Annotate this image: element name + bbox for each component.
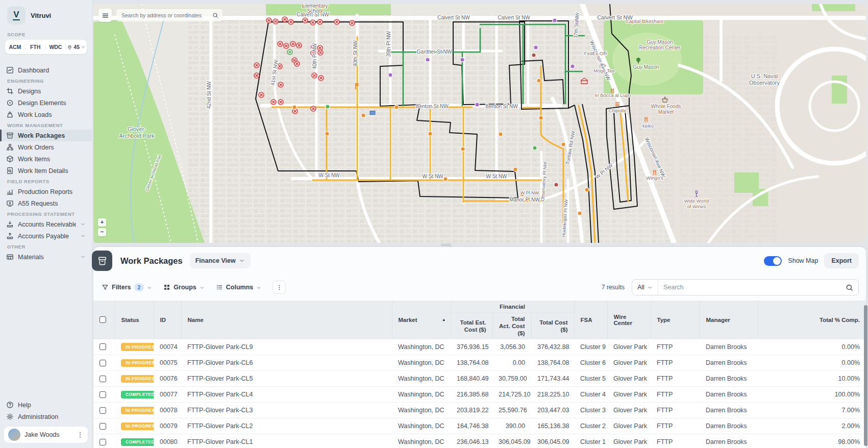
- issue-marker-red[interactable]: [271, 99, 276, 105]
- scope-tab-wdc[interactable]: WDC: [46, 44, 66, 50]
- vertical-scrollbar-thumb[interactable]: [864, 305, 867, 446]
- map-menu-button[interactable]: [98, 9, 112, 22]
- user-menu-kebab-icon[interactable]: [77, 431, 84, 438]
- user-card[interactable]: Jake Woods: [4, 427, 88, 443]
- issue-marker-red[interactable]: [318, 50, 323, 55]
- issue-marker-red[interactable]: [317, 19, 323, 24]
- node-marker-orange[interactable]: [394, 105, 399, 109]
- column-header-total-cost[interactable]: Total Cost ($): [531, 313, 574, 339]
- issue-marker-red[interactable]: [312, 73, 317, 78]
- row-checkbox[interactable]: [100, 391, 106, 398]
- node-marker-purple[interactable]: [388, 73, 392, 77]
- issue-marker-red[interactable]: [284, 43, 289, 48]
- issue-marker-red[interactable]: [278, 41, 283, 46]
- issue-marker-red[interactable]: [254, 63, 259, 68]
- issue-marker-red[interactable]: [273, 19, 278, 24]
- node-marker-orange[interactable]: [443, 177, 448, 181]
- column-header-fsa[interactable]: FSA: [574, 301, 607, 339]
- sidebar-item-production-reports[interactable]: Production Reports: [0, 186, 92, 197]
- row-checkbox[interactable]: [100, 407, 106, 414]
- node-marker-maroon[interactable]: [532, 53, 536, 57]
- map-view[interactable]: Calvert St NWCalvert St NWCalvert St NWC…: [93, 4, 866, 243]
- row-checkbox[interactable]: [100, 360, 106, 366]
- node-marker-purple[interactable]: [534, 45, 538, 49]
- map-canvas[interactable]: Calvert St NWCalvert St NWCalvert St NWC…: [93, 4, 866, 243]
- scope-location-selector[interactable]: 45: [66, 44, 87, 50]
- node-marker-orange[interactable]: [428, 132, 432, 136]
- node-marker-orange[interactable]: [585, 188, 589, 192]
- issue-marker-red[interactable]: [334, 19, 339, 24]
- table-row[interactable]: IN PROGRESS00078FTTP-Glover Park-CL3Wash…: [93, 403, 866, 418]
- node-marker-purple[interactable]: [475, 103, 479, 107]
- issue-marker-red[interactable]: [278, 99, 283, 105]
- issue-marker-red[interactable]: [350, 20, 355, 26]
- map-search-input[interactable]: [120, 12, 209, 19]
- table-row[interactable]: IN PROGRESS00079FTTP-Glover Park-CL2Wash…: [93, 418, 866, 434]
- scope-tab-fth[interactable]: FTH: [26, 44, 46, 50]
- node-marker-maroon[interactable]: [554, 183, 558, 187]
- sidebar-item-dashboard[interactable]: Dashboard: [0, 64, 92, 76]
- node-marker-orange[interactable]: [325, 132, 329, 136]
- node-marker-purple[interactable]: [571, 64, 575, 68]
- issue-marker-green[interactable]: [287, 49, 292, 55]
- sidebar-item-help[interactable]: Help: [0, 399, 92, 411]
- sidebar-item-work-items[interactable]: Work Items: [0, 153, 92, 165]
- node-marker-orange[interactable]: [499, 132, 503, 136]
- issue-marker-red[interactable]: [282, 17, 287, 22]
- row-checkbox[interactable]: [100, 343, 106, 350]
- node-marker-orange[interactable]: [461, 147, 465, 151]
- select-all-checkbox[interactable]: [100, 316, 106, 323]
- issue-marker-red[interactable]: [254, 73, 259, 78]
- row-checkbox[interactable]: [100, 423, 106, 430]
- columns-button[interactable]: Columns: [216, 284, 261, 291]
- column-header-type[interactable]: Type: [651, 301, 700, 339]
- sidebar-item-a55-requests[interactable]: A55 Requests: [0, 197, 92, 209]
- sidebar-item-work-packages[interactable]: Work Packages: [0, 130, 92, 141]
- export-button[interactable]: Export: [824, 253, 859, 268]
- node-marker-orange[interactable]: [292, 105, 296, 109]
- node-marker-orange[interactable]: [537, 79, 541, 83]
- issue-marker-red[interactable]: [294, 61, 300, 66]
- column-header-wire-center[interactable]: Wire Center: [607, 301, 651, 339]
- sidebar-item-accounts-receivable[interactable]: Accounts Receivable: [0, 218, 92, 230]
- table-row[interactable]: IN PROGRESS00076FTTP-Glover Park-CL5Wash…: [93, 371, 866, 387]
- issue-marker-red[interactable]: [259, 92, 264, 97]
- node-marker-orange[interactable]: [578, 211, 582, 215]
- node-marker-purple[interactable]: [460, 58, 464, 62]
- groups-button[interactable]: Groups: [163, 284, 204, 291]
- issue-marker-red[interactable]: [288, 19, 293, 24]
- issue-marker-red[interactable]: [266, 18, 271, 23]
- column-header-total-act-cost[interactable]: Total Act. Cost ($): [492, 313, 531, 339]
- table-row[interactable]: COMPLETED00080FTTP-Glover Park-CL1Washin…: [93, 434, 866, 448]
- issue-marker-red[interactable]: [318, 76, 324, 81]
- search-scope-select[interactable]: All: [632, 280, 658, 295]
- show-map-toggle[interactable]: [764, 256, 782, 266]
- issue-marker-red[interactable]: [303, 18, 308, 23]
- table-search-input[interactable]: [658, 284, 846, 291]
- row-checkbox[interactable]: [100, 439, 106, 445]
- table-row[interactable]: COMPLETED00077FTTP-Glover Park-CL4Washin…: [93, 387, 866, 403]
- node-marker-orange[interactable]: [361, 113, 365, 117]
- equipment-marker-blue[interactable]: [370, 111, 375, 115]
- issue-marker-red[interactable]: [311, 106, 316, 111]
- sidebar-item-work-item-details[interactable]: Work Item Details: [0, 165, 92, 177]
- row-checkbox[interactable]: [100, 376, 106, 382]
- view-selector[interactable]: Finance View: [190, 253, 251, 268]
- sidebar-item-accounts-payable[interactable]: Accounts Payable: [0, 230, 92, 242]
- scope-tab-acm[interactable]: ACM: [5, 44, 26, 50]
- more-options-button[interactable]: [272, 281, 286, 294]
- node-marker-orange[interactable]: [539, 116, 543, 120]
- column-header-status[interactable]: Status: [115, 301, 154, 339]
- issue-marker-red[interactable]: [278, 82, 283, 87]
- issue-marker-red[interactable]: [290, 41, 295, 46]
- sidebar-item-work-loads[interactable]: Work Loads: [0, 109, 92, 120]
- column-header-manager[interactable]: Manager: [700, 301, 758, 339]
- table-row[interactable]: IN PROGRESS00074FTTP-Glover Park-CL9Wash…: [93, 339, 866, 355]
- node-marker-purple[interactable]: [426, 58, 430, 62]
- sidebar-item-administration[interactable]: Administration: [0, 411, 92, 422]
- node-marker-green[interactable]: [533, 146, 537, 150]
- sidebar-item-design-elements[interactable]: Design Elements: [0, 97, 92, 109]
- node-marker-orange[interactable]: [561, 142, 565, 146]
- column-header-market[interactable]: Market ▲: [392, 301, 451, 339]
- issue-marker-red[interactable]: [296, 43, 302, 48]
